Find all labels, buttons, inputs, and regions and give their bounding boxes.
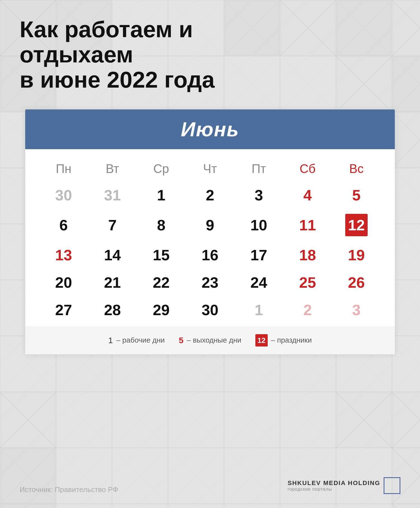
- legend-workday-label: – рабочие дни: [116, 336, 165, 345]
- day-17: 17: [234, 241, 283, 269]
- calendar-week-1: 30 31 1 2 3 4 5: [39, 181, 381, 209]
- day-11: 11: [283, 209, 332, 241]
- legend-workday: 1 – рабочие дни: [108, 336, 165, 345]
- day-9: 9: [186, 209, 234, 241]
- brand-text: SHKULEV MEDIA HOLDING городские порталы: [288, 479, 380, 492]
- calendar: Июнь Пн Вт Ср Чт Пт Сб Вс: [25, 109, 395, 354]
- day-3: 3: [234, 181, 283, 209]
- day-6: 6: [39, 209, 88, 241]
- weekday-fri: Пт: [234, 158, 283, 181]
- brand-name-line1: SHKULEV MEDIA HOLDING: [288, 479, 380, 487]
- brand-name-line2: городские порталы: [288, 487, 380, 492]
- day-7: 7: [88, 209, 137, 241]
- day-19: 19: [332, 241, 381, 269]
- weekday-mon: Пн: [39, 158, 88, 181]
- day-8: 8: [137, 209, 186, 241]
- source-label: Источник: Правительство РФ: [20, 485, 118, 494]
- brand-logo: SHKULEV MEDIA HOLDING городские порталы: [288, 477, 400, 494]
- calendar-week-3: 13 14 15 16 17 18 19: [39, 241, 381, 269]
- weekday-tue: Вт: [88, 158, 137, 181]
- calendar-week-4: 20 21 22 23 24 25 26: [39, 269, 381, 296]
- legend-holiday-label: – праздники: [271, 336, 312, 345]
- legend-weekend: 5 – выходные дни: [179, 336, 241, 345]
- day-jul-1: 1: [234, 296, 283, 324]
- brand-box-icon: [384, 477, 400, 494]
- svg-rect-22: [336, 392, 420, 448]
- month-name: Июнь: [34, 118, 386, 141]
- day-jul-3: 3: [332, 296, 381, 324]
- weekday-sun: Вс: [332, 158, 381, 181]
- calendar-body: Пн Вт Ср Чт Пт Сб Вс 30 31 1: [25, 149, 395, 326]
- day-may-30: 30: [39, 181, 88, 209]
- day-16: 16: [186, 241, 234, 269]
- legend-workday-num: 1: [108, 336, 113, 345]
- legend-weekend-num: 5: [179, 336, 183, 345]
- day-24: 24: [234, 269, 283, 296]
- calendar-grid: Пн Вт Ср Чт Пт Сб Вс 30 31 1: [39, 158, 381, 324]
- day-13: 13: [39, 241, 88, 269]
- day-29: 29: [137, 296, 186, 324]
- day-1: 1: [137, 181, 186, 209]
- calendar-week-2: 6 7 8 9 10 11 12: [39, 209, 381, 241]
- legend-holiday-badge: 12: [255, 334, 268, 347]
- main-title: Как работаем и отдыхаем в июне 2022 года: [20, 17, 400, 93]
- day-30: 30: [186, 296, 234, 324]
- day-5: 5: [332, 181, 381, 209]
- day-14: 14: [88, 241, 137, 269]
- title-line1: Как работаем и отдыхаем: [20, 17, 193, 67]
- day-2: 2: [186, 181, 234, 209]
- day-25: 25: [283, 269, 332, 296]
- calendar-legend: 1 – рабочие дни 5 – выходные дни 12 – пр…: [25, 326, 395, 354]
- day-12-holiday: 12: [332, 209, 381, 241]
- day-23: 23: [186, 269, 234, 296]
- day-may-31: 31: [88, 181, 137, 209]
- day-21: 21: [88, 269, 137, 296]
- day-28: 28: [88, 296, 137, 324]
- weekday-thu: Чт: [186, 158, 234, 181]
- footer: Источник: Правительство РФ SHKULEV MEDIA…: [20, 477, 400, 494]
- day-22: 22: [137, 269, 186, 296]
- day-18: 18: [283, 241, 332, 269]
- legend-weekend-label: – выходные дни: [187, 336, 241, 345]
- svg-rect-21: [0, 392, 56, 448]
- calendar-week-5: 27 28 29 30 1 2 3: [39, 296, 381, 324]
- day-27: 27: [39, 296, 88, 324]
- day-26: 26: [332, 269, 381, 296]
- day-20: 20: [39, 269, 88, 296]
- day-jul-2: 2: [283, 296, 332, 324]
- legend-holiday: 12 – праздники: [255, 334, 312, 347]
- calendar-body-rows: 30 31 1 2 3 4 5 6 7 8 9 10: [39, 181, 381, 324]
- holiday-badge-12: 12: [345, 214, 368, 236]
- weekday-sat: Сб: [283, 158, 332, 181]
- weekday-header-row: Пн Вт Ср Чт Пт Сб Вс: [39, 158, 381, 181]
- day-10: 10: [234, 209, 283, 241]
- calendar-header: Июнь: [25, 109, 395, 149]
- title-line2: в июне 2022 года: [20, 67, 214, 92]
- day-4: 4: [283, 181, 332, 209]
- weekday-wed: Ср: [137, 158, 186, 181]
- day-15: 15: [137, 241, 186, 269]
